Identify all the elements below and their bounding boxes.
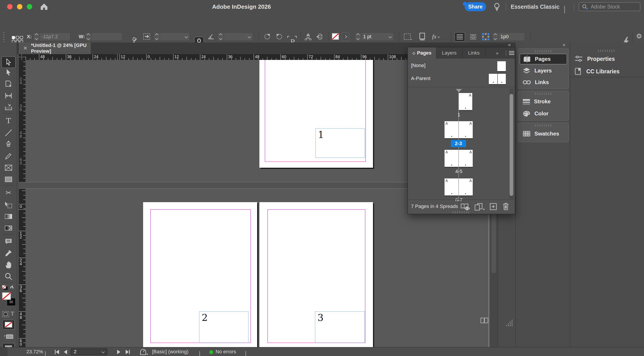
wrap-offset-field[interactable]: 1p0: [492, 32, 525, 41]
type-tool[interactable]: T: [4, 117, 12, 125]
fill-stroke-proxy[interactable]: [2, 292, 16, 308]
page-2-text-frame[interactable]: 2: [199, 311, 249, 343]
x-stepper[interactable]: [34, 33, 40, 41]
lightbulb-icon[interactable]: [494, 3, 500, 11]
group-grip[interactable]: [598, 50, 616, 52]
direct-selection-tool[interactable]: [4, 68, 12, 76]
dock-button-links[interactable]: Links: [520, 77, 567, 88]
apply-none-button[interactable]: [2, 320, 15, 330]
drop-shadow-icon[interactable]: [418, 33, 426, 41]
master-row-a-parent[interactable]: A-Parent: [408, 72, 515, 86]
minimize-window-button[interactable]: [17, 4, 22, 10]
close-window-button[interactable]: [7, 4, 12, 10]
vertical-ruler[interactable]: 2 43 64 86 001 22 43 64 86 0: [19, 60, 26, 347]
group-grip[interactable]: [535, 92, 552, 95]
spread-3-left-thumbnail[interactable]: A: [444, 150, 458, 168]
master-a-left-thumbnail[interactable]: [489, 74, 497, 85]
group-grip[interactable]: [535, 50, 552, 52]
dock-button-cc-libraries[interactable]: CC Libraries: [575, 66, 642, 77]
spread-4-left-thumbnail[interactable]: A: [444, 178, 458, 196]
tab-layers[interactable]: Layers: [436, 48, 462, 58]
no-text-wrap-button[interactable]: [454, 32, 465, 42]
spread-view-icon[interactable]: [461, 203, 470, 211]
zoom-level-chevron-icon[interactable]: [45, 351, 46, 356]
page-3-text-frame[interactable]: 3: [315, 311, 365, 343]
content-collector-tool[interactable]: [4, 103, 12, 111]
note-tool[interactable]: [4, 238, 12, 246]
collapse-dock-icon[interactable]: «: [508, 42, 510, 48]
spread-1-page-thumbnail[interactable]: A: [459, 93, 472, 111]
gradient-swatch-tool[interactable]: [4, 212, 12, 220]
swap-fill-stroke-icon[interactable]: [2, 285, 15, 291]
master-none-thumbnail[interactable]: [497, 61, 506, 72]
apply-gradient-icon[interactable]: [4, 334, 14, 340]
spread-2-left-thumbnail[interactable]: A: [444, 121, 458, 139]
frame-tool[interactable]: [4, 164, 12, 172]
errors-status-value[interactable]: No errors: [216, 348, 236, 356]
next-page-button[interactable]: [117, 350, 121, 354]
workspace-chevron-icon[interactable]: [564, 6, 565, 14]
w-stepper[interactable]: [86, 33, 92, 41]
spread-4-5-label[interactable]: 4-5: [446, 168, 472, 174]
corner-options-icon[interactable]: [404, 33, 412, 41]
rotate-clockwise-icon[interactable]: [263, 32, 272, 41]
formatting-affects-container-icon[interactable]: [2, 311, 9, 317]
x-position-field[interactable]: -11p7.2: [33, 32, 71, 41]
master-row-none[interactable]: [None]: [408, 60, 515, 72]
pages-panel-scrollbar-thumb[interactable]: [510, 94, 513, 196]
spread-4-right-thumbnail[interactable]: A: [459, 178, 473, 196]
maximize-window-button[interactable]: [27, 4, 32, 10]
spread-1-label[interactable]: 1: [446, 112, 472, 118]
resize-grip-icon[interactable]: [506, 320, 514, 326]
master-a-right-thumbnail[interactable]: [498, 74, 506, 85]
panel-overflow-icon[interactable]: »: [496, 50, 498, 56]
preflight-chevron-icon[interactable]: [200, 351, 200, 356]
preflight-profile-value[interactable]: [Basic] (working): [152, 348, 188, 356]
home-icon[interactable]: [40, 3, 48, 11]
close-tab-icon[interactable]: ✕: [23, 46, 27, 51]
gap-tool[interactable]: [4, 92, 12, 100]
page-tool[interactable]: [4, 80, 12, 88]
dock-button-properties[interactable]: Properties: [575, 53, 642, 64]
pencil-tool[interactable]: [4, 152, 12, 160]
effects-fx-icon[interactable]: fx: [430, 33, 442, 40]
dock-button-stroke[interactable]: Stroke: [520, 96, 567, 107]
share-button[interactable]: Share: [465, 2, 486, 11]
scale-x-field[interactable]: [154, 32, 190, 41]
adobe-stock-search-input[interactable]: Adobe Stock: [579, 2, 640, 11]
settings-gear-icon[interactable]: ⚙: [635, 32, 643, 40]
delete-page-icon[interactable]: [503, 202, 509, 210]
wrap-around-bounding-box-button[interactable]: [468, 32, 478, 42]
spread-3-right-thumbnail[interactable]: A: [459, 150, 473, 168]
spread-display-icon[interactable]: [480, 318, 488, 323]
create-new-page-icon[interactable]: [490, 203, 497, 210]
page-1-text-frame[interactable]: 1: [315, 128, 365, 158]
tab-pages[interactable]: ◇ Pages: [408, 48, 436, 58]
fill-flyout-button[interactable]: [342, 32, 349, 41]
spreads-list[interactable]: A 1 A A 2-3 A A 4-5: [408, 87, 515, 201]
group-grip[interactable]: [535, 124, 552, 126]
zoom-tool[interactable]: [4, 272, 12, 280]
dock-button-color[interactable]: Color: [520, 108, 567, 119]
select-left-object-icon[interactable]: [316, 33, 324, 41]
free-transform-tool[interactable]: [4, 201, 12, 209]
scissors-tool[interactable]: ✂: [4, 189, 12, 197]
dock-button-swatches[interactable]: Swatches: [520, 128, 567, 139]
fill-swatch-none[interactable]: [332, 33, 339, 40]
errors-chevron-icon[interactable]: [246, 351, 246, 356]
document-tab[interactable]: ✕ *Untitled-1 @ 24% [GPU Preview]: [19, 42, 91, 54]
rotation-angle-field[interactable]: [217, 32, 253, 41]
gradient-feather-tool[interactable]: [4, 224, 12, 232]
first-page-button[interactable]: [54, 350, 59, 354]
previous-page-button[interactable]: [64, 350, 67, 354]
zoom-level-value[interactable]: 23.72%: [26, 348, 43, 356]
rotate-counterclockwise-icon[interactable]: [274, 32, 284, 41]
edit-page-size-icon[interactable]: [474, 203, 485, 211]
rectangle-tool[interactable]: [4, 175, 12, 183]
last-page-button[interactable]: [126, 350, 130, 354]
eyedropper-tool[interactable]: [4, 249, 12, 257]
hand-tool[interactable]: [4, 261, 12, 269]
line-tool[interactable]: [4, 129, 12, 137]
spread-2-3-label-selected[interactable]: 2-3: [451, 140, 466, 147]
select-previous-object-icon[interactable]: [304, 33, 312, 41]
